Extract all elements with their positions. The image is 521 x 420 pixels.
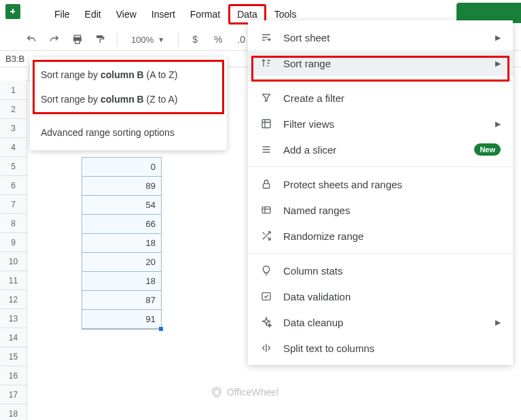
- menu-separator: [248, 167, 513, 167]
- row-header[interactable]: 13: [0, 309, 27, 328]
- row-header[interactable]: 4: [0, 138, 27, 157]
- svg-rect-5: [263, 183, 269, 188]
- cell[interactable]: 66: [82, 215, 161, 234]
- row-header[interactable]: 14: [0, 328, 27, 347]
- named-ranges-icon: [260, 204, 272, 216]
- sort-range-submenu: Sort range by column B (A to Z) Sort ran…: [30, 57, 227, 150]
- sheets-logo[interactable]: [5, 4, 20, 19]
- cell[interactable]: 89: [82, 177, 161, 196]
- menu-file[interactable]: File: [48, 6, 77, 22]
- svg-rect-6: [262, 207, 270, 213]
- row-header[interactable]: 17: [0, 385, 27, 404]
- paint-format-icon[interactable]: [94, 33, 107, 46]
- toolbar-divider: [178, 33, 179, 46]
- menu-format[interactable]: Format: [183, 6, 227, 22]
- chevron-right-icon: ▶: [495, 59, 501, 68]
- svg-rect-3: [96, 35, 103, 38]
- row-header[interactable]: 9: [0, 233, 27, 252]
- zoom-dropdown[interactable]: 100%▼: [127, 35, 168, 45]
- chevron-right-icon: ▶: [495, 33, 501, 42]
- fill-handle[interactable]: [159, 327, 163, 331]
- data-menu-dropdown: Sort sheet ▶ Sort range ▶ Create a filte…: [248, 20, 513, 365]
- row-header[interactable]: 3: [0, 119, 27, 138]
- menu-column-stats[interactable]: Column stats: [248, 258, 513, 283]
- row-header[interactable]: 16: [0, 366, 27, 385]
- lightbulb-icon: [260, 264, 272, 277]
- cell[interactable]: 18: [82, 272, 161, 291]
- menu-separator: [248, 253, 513, 253]
- svg-rect-0: [74, 35, 80, 37]
- row-header[interactable]: 15: [0, 347, 27, 366]
- undo-icon[interactable]: [24, 33, 38, 46]
- cell[interactable]: 0: [82, 158, 161, 177]
- sort-range-icon: [260, 57, 272, 69]
- filter-views-icon: [260, 118, 272, 130]
- row-header[interactable]: 10: [0, 252, 27, 271]
- cell[interactable]: 87: [82, 291, 161, 310]
- cleanup-icon: [260, 316, 272, 328]
- advanced-sort[interactable]: Advanced range sorting options: [30, 120, 227, 145]
- menu-named-ranges[interactable]: Named ranges: [248, 197, 513, 223]
- decimal-icon[interactable]: .0: [234, 33, 248, 46]
- svg-rect-4: [262, 120, 270, 128]
- row-header[interactable]: 12: [0, 290, 27, 309]
- shuffle-icon: [260, 230, 272, 242]
- currency-icon[interactable]: $: [188, 33, 202, 46]
- selected-range[interactable]: 0 89 54 66 18 20 18 87 91: [82, 157, 162, 330]
- svg-rect-7: [262, 293, 270, 300]
- print-icon[interactable]: [71, 33, 84, 46]
- menu-data-cleanup[interactable]: Data cleanup ▶: [248, 309, 513, 335]
- redo-icon[interactable]: [48, 33, 61, 46]
- menu-edit[interactable]: Edit: [78, 6, 108, 22]
- row-header[interactable]: 11: [0, 271, 27, 290]
- row-header[interactable]: 6: [0, 176, 27, 195]
- menu-create-filter[interactable]: Create a filter: [248, 85, 513, 111]
- cell[interactable]: 54: [82, 196, 161, 215]
- new-badge: New: [474, 143, 501, 156]
- slicer-icon: [260, 143, 272, 156]
- svg-rect-2: [75, 40, 80, 43]
- menu-filter-views[interactable]: Filter views ▶: [248, 111, 513, 137]
- menu-add-slicer[interactable]: Add a slicer New: [248, 137, 513, 162]
- row-header[interactable]: 5: [0, 157, 27, 176]
- menu-separator: [30, 116, 227, 116]
- row-header[interactable]: 1: [0, 81, 27, 100]
- menu-view[interactable]: View: [109, 6, 143, 22]
- watermark-icon: [211, 386, 223, 398]
- watermark: OfficeWheel: [211, 386, 279, 398]
- cell[interactable]: 20: [82, 253, 161, 272]
- menu-sort-sheet[interactable]: Sort sheet ▶: [248, 24, 513, 50]
- filter-icon: [260, 92, 272, 104]
- percent-icon[interactable]: %: [211, 33, 225, 46]
- menu-sort-range[interactable]: Sort range ▶: [248, 50, 513, 76]
- cell[interactable]: 91: [82, 310, 161, 329]
- sort-sheet-icon: [260, 31, 272, 43]
- menu-data-validation[interactable]: Data validation: [248, 283, 513, 309]
- row-header[interactable]: 8: [0, 214, 27, 233]
- menu-protect[interactable]: Protect sheets and ranges: [248, 171, 513, 197]
- menu-insert[interactable]: Insert: [145, 6, 182, 22]
- validation-icon: [260, 290, 272, 302]
- row-header[interactable]: 7: [0, 195, 27, 214]
- split-icon: [260, 342, 272, 354]
- chevron-right-icon: ▶: [495, 120, 501, 128]
- chevron-right-icon: ▶: [495, 318, 501, 327]
- menu-split-text[interactable]: Split text to columns: [248, 335, 513, 361]
- sort-range-atoz[interactable]: Sort range by column B (A to Z): [30, 63, 227, 87]
- menu-separator: [248, 80, 513, 81]
- toolbar-divider: [117, 33, 118, 46]
- lock-icon: [260, 178, 272, 190]
- menu-randomize[interactable]: Randomize range: [248, 223, 513, 249]
- row-header[interactable]: 18: [0, 404, 27, 420]
- cell[interactable]: 18: [82, 234, 161, 253]
- row-header[interactable]: 2: [0, 100, 27, 119]
- sort-range-ztoa[interactable]: Sort range by column B (Z to A): [30, 87, 227, 111]
